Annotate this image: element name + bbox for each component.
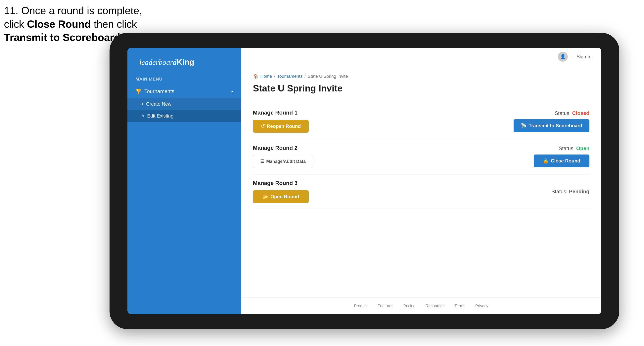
close-round-button[interactable]: 🔒 Close Round bbox=[534, 155, 590, 167]
sidebar-nav: 🏆 Tournaments ▾ + Create New ✎ Edit Exis… bbox=[128, 85, 241, 314]
round-2-title: Manage Round 2 bbox=[253, 145, 313, 151]
transmit-to-scoreboard-button[interactable]: 📡 Transmit to Scoreboard bbox=[514, 119, 590, 132]
instruction-line2: click bbox=[4, 18, 27, 30]
reopen-icon: ↺ bbox=[261, 124, 265, 129]
lock-icon: 🔒 bbox=[543, 158, 549, 164]
open-icon: 📂 bbox=[262, 194, 268, 199]
round-1-left: Manage Round 1 ↺ Reopen Round bbox=[253, 110, 309, 133]
round-3-section: Manage Round 3 📂 Open Round Status: Pend… bbox=[253, 174, 590, 209]
instruction-line3: then click bbox=[91, 18, 137, 30]
footer-privacy[interactable]: Privacy bbox=[475, 304, 488, 308]
instruction-line1: 11. Once a round is complete, bbox=[4, 5, 142, 16]
sidebar-tournaments-label: Tournaments bbox=[144, 88, 174, 94]
footer-terms[interactable]: Terms bbox=[454, 304, 465, 308]
reopen-round-label: Reopen Round bbox=[267, 124, 301, 129]
tablet-screen: leaderboardKing MAIN MENU 🏆 Tournaments … bbox=[128, 48, 602, 314]
open-round-label: Open Round bbox=[270, 194, 299, 199]
round-1-status-value: Closed bbox=[572, 110, 590, 116]
round-1-section: Manage Round 1 ↺ Reopen Round Status: Cl… bbox=[253, 104, 590, 139]
round-1-right: Status: Closed 📡 Transmit to Scoreboard bbox=[514, 110, 590, 132]
logo-text: leaderboardKing bbox=[140, 58, 194, 66]
audit-icon: ☰ bbox=[260, 159, 264, 164]
sign-in-arrow-icon: → bbox=[570, 54, 574, 59]
sidebar-item-tournaments[interactable]: 🏆 Tournaments ▾ bbox=[128, 85, 241, 98]
breadcrumb-sep-2: / bbox=[304, 74, 306, 79]
logo-box: leaderboardKing bbox=[136, 56, 198, 69]
sidebar-logo-area: leaderboardKing bbox=[128, 48, 241, 75]
edit-existing-label: Edit Existing bbox=[147, 113, 174, 119]
manage-audit-data-button[interactable]: ☰ Manage/Audit Data bbox=[253, 155, 313, 168]
round-3-right: Status: Pending bbox=[552, 188, 590, 195]
round-3-title: Manage Round 3 bbox=[253, 180, 309, 186]
footer-resources[interactable]: Resources bbox=[426, 304, 445, 308]
round-1-title: Manage Round 1 bbox=[253, 110, 309, 116]
manage-audit-label: Manage/Audit Data bbox=[266, 159, 306, 164]
tablet-device: leaderboardKing MAIN MENU 🏆 Tournaments … bbox=[110, 33, 619, 329]
top-bar: 👤 → Sign In bbox=[241, 48, 602, 66]
breadcrumb-current: State U Spring Invite bbox=[308, 74, 348, 79]
footer: Product Features Pricing Resources Terms… bbox=[241, 298, 602, 314]
sidebar: leaderboardKing MAIN MENU 🏆 Tournaments … bbox=[128, 48, 241, 314]
page-title: State U Spring Invite bbox=[253, 83, 590, 94]
main-content: 👤 → Sign In 🏠 Home / Tournaments / State… bbox=[241, 48, 602, 314]
footer-pricing[interactable]: Pricing bbox=[404, 304, 416, 308]
open-round-button[interactable]: 📂 Open Round bbox=[253, 190, 309, 203]
close-round-label: Close Round bbox=[551, 158, 580, 164]
round-3-status-value: Pending bbox=[569, 188, 590, 194]
instruction-bold2: Transmit to Scoreboard. bbox=[4, 32, 123, 43]
transmit-to-scoreboard-label: Transmit to Scoreboard bbox=[529, 123, 582, 129]
round-1-status: Status: Closed bbox=[554, 110, 590, 116]
home-icon: 🏠 bbox=[253, 74, 258, 79]
reopen-round-button[interactable]: ↺ Reopen Round bbox=[253, 120, 309, 133]
breadcrumb-tournaments[interactable]: Tournaments bbox=[277, 74, 302, 79]
chevron-down-icon: ▾ bbox=[231, 89, 233, 94]
footer-product[interactable]: Product bbox=[354, 304, 368, 308]
round-2-left: Manage Round 2 ☰ Manage/Audit Data bbox=[253, 145, 313, 168]
avatar: 👤 bbox=[558, 52, 568, 62]
breadcrumb: 🏠 Home / Tournaments / State U Spring In… bbox=[253, 74, 590, 79]
main-menu-label: MAIN MENU bbox=[128, 75, 241, 85]
round-2-section: Manage Round 2 ☰ Manage/Audit Data Statu… bbox=[253, 139, 590, 174]
round-2-right: Status: Open 🔒 Close Round bbox=[534, 145, 590, 167]
round-2-status: Status: Open bbox=[558, 145, 590, 152]
footer-features[interactable]: Features bbox=[378, 304, 394, 308]
app-layout: leaderboardKing MAIN MENU 🏆 Tournaments … bbox=[128, 48, 602, 314]
create-new-label: Create New bbox=[146, 101, 172, 107]
content-area: 🏠 Home / Tournaments / State U Spring In… bbox=[241, 66, 602, 298]
round-2-status-value: Open bbox=[576, 145, 590, 151]
sidebar-item-create-new[interactable]: + Create New bbox=[128, 98, 241, 110]
edit-icon: ✎ bbox=[142, 114, 145, 118]
instruction-bold1: Close Round bbox=[27, 18, 91, 30]
transmit-icon: 📡 bbox=[521, 123, 527, 129]
plus-icon: + bbox=[142, 102, 144, 106]
breadcrumb-home[interactable]: Home bbox=[260, 74, 272, 79]
logo-leaderboard: leaderboard bbox=[140, 58, 176, 66]
round-3-left: Manage Round 3 📂 Open Round bbox=[253, 180, 309, 203]
breadcrumb-sep-1: / bbox=[274, 74, 275, 79]
round-3-status: Status: Pending bbox=[552, 188, 590, 195]
sign-in-button[interactable]: 👤 → Sign In bbox=[558, 52, 592, 62]
sidebar-item-edit-existing[interactable]: ✎ Edit Existing bbox=[128, 110, 241, 122]
sidebar-submenu: + Create New ✎ Edit Existing bbox=[128, 98, 241, 122]
logo-king: King bbox=[176, 58, 194, 66]
sign-in-label: Sign In bbox=[576, 54, 592, 59]
trophy-icon: 🏆 bbox=[136, 89, 142, 94]
